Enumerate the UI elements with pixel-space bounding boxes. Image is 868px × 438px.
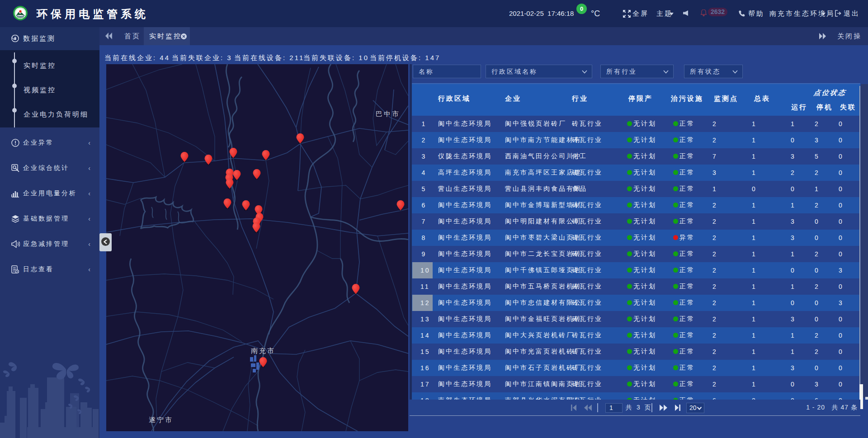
svg-text:遂宁市: 遂宁市 xyxy=(149,416,173,424)
svg-text:巴中市: 巴中市 xyxy=(376,110,400,118)
svg-text:南充市: 南充市 xyxy=(251,347,275,354)
